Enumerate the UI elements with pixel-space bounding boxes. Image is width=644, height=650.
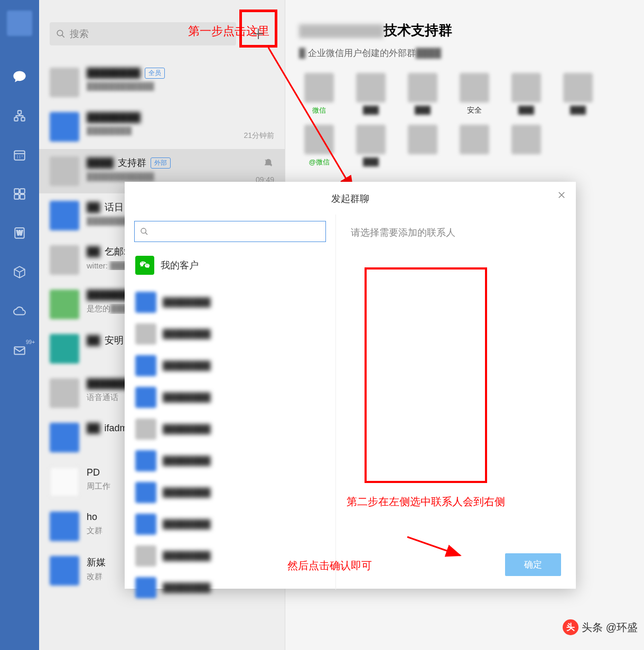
contact-item[interactable]: ████████ [134, 572, 326, 603]
mail-icon[interactable]: 99+ [12, 342, 27, 358]
svg-rect-0 [18, 110, 22, 114]
modal-right-panel: 请选择需要添加的联系人 第二步在左侧选中联系人会到右侧 然后点击确认即可 确定 [336, 215, 576, 590]
member-item[interactable] [403, 125, 443, 167]
org-icon[interactable] [12, 108, 27, 124]
category-label: 我的客户 [161, 259, 199, 272]
contact-item[interactable]: ████████ [134, 286, 326, 318]
svg-rect-10 [14, 347, 25, 355]
contact-item[interactable]: ████████ [134, 318, 326, 350]
modal-left-panel: 我的客户 ███████████████████████████████████… [125, 215, 336, 590]
svg-point-12 [141, 228, 146, 233]
svg-rect-1 [14, 117, 18, 121]
chat-icon[interactable] [12, 69, 27, 85]
group-title: 技术支持群 [299, 21, 628, 40]
modal-title: 发起群聊 [125, 182, 576, 215]
svg-rect-2 [21, 117, 25, 121]
svg-point-11 [57, 30, 63, 36]
member-item[interactable]: ███ [506, 73, 546, 115]
cube-icon[interactable] [12, 264, 27, 280]
close-icon[interactable] [557, 190, 566, 202]
mute-icon [264, 159, 273, 170]
chat-detail-panel: 技术支持群 █ 企业微信用户创建的外部群████ 微信 ███ ███ 安全 █… [285, 0, 644, 167]
svg-text:W: W [16, 229, 23, 237]
group-subtitle: █ 企业微信用户创建的外部群████ [299, 47, 628, 59]
watermark-icon: 头 [563, 619, 578, 635]
svg-rect-7 [20, 194, 25, 199]
svg-rect-3 [14, 151, 25, 160]
member-item[interactable]: 安全 [454, 73, 494, 115]
selection-hint: 请选择需要添加的联系人 [351, 226, 561, 239]
wechat-icon [135, 256, 154, 275]
members-grid: 微信 ███ ███ 安全 ███ ███ @微信 ███ [299, 73, 628, 167]
annotation-arrow-2 [405, 532, 468, 563]
contact-item[interactable]: ████████ [134, 350, 326, 382]
member-item[interactable]: ███ [351, 125, 391, 167]
contact-list: ████████████████████████████████████████… [134, 286, 326, 603]
contact-item[interactable]: ████████ [134, 445, 326, 477]
member-item[interactable] [506, 125, 546, 167]
chat-time: 21分钟前 [244, 131, 274, 141]
mail-badge: 99+ [26, 339, 35, 345]
calendar-icon[interactable] [12, 147, 27, 163]
contact-item[interactable]: ████████ [134, 477, 326, 508]
category-my-customers[interactable]: 我的客户 [134, 250, 326, 280]
member-item[interactable]: ███ [558, 73, 598, 115]
chat-item[interactable]: ████████全员 ████████████ [39, 60, 285, 105]
annotation-step2-box [365, 267, 487, 483]
user-avatar[interactable] [7, 11, 32, 36]
annotation-step2-text: 第二步在左侧选中联系人会到右侧 [347, 495, 505, 509]
contact-item[interactable]: ████████ [134, 382, 326, 413]
search-input[interactable]: 搜索 [50, 22, 236, 45]
create-group-modal: 发起群聊 我的客户 ██████████████████████████████… [125, 182, 576, 589]
add-button[interactable] [242, 18, 274, 50]
svg-rect-4 [14, 189, 19, 193]
annotation-step3-text: 然后点击确认即可 [287, 559, 372, 573]
member-item[interactable]: ███ [351, 73, 391, 115]
docs-icon[interactable]: W [12, 225, 27, 241]
tag-all-staff: 全员 [145, 68, 165, 79]
contact-item[interactable]: ████████ [134, 413, 326, 445]
cloud-icon[interactable] [12, 303, 27, 319]
member-item[interactable]: ███ [403, 73, 443, 115]
nav-sidebar: W 99+ [0, 0, 39, 650]
member-item[interactable] [454, 125, 494, 167]
chat-item[interactable]: ████████████████ 21分钟前 [39, 105, 285, 149]
search-placeholder: 搜索 [70, 27, 89, 40]
modal-search-input[interactable] [134, 221, 326, 242]
tag-external: 外部 [151, 157, 171, 169]
watermark: 头 头条@环盛 [563, 619, 638, 635]
svg-rect-6 [14, 194, 19, 199]
member-item[interactable]: @微信 [299, 125, 339, 167]
member-item[interactable]: 微信 [299, 73, 339, 115]
confirm-button[interactable]: 确定 [505, 553, 561, 576]
svg-rect-5 [20, 189, 25, 193]
contact-item[interactable]: ████████ [134, 508, 326, 540]
apps-icon[interactable] [12, 186, 27, 202]
